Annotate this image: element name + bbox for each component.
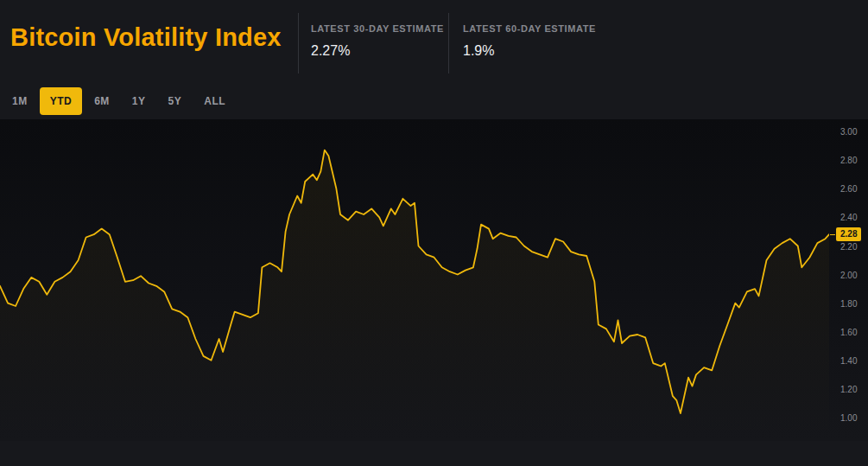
line-area-fill bbox=[0, 150, 829, 441]
range-selector: 1M YTD 6M 1Y 5Y ALL bbox=[2, 87, 236, 115]
range-button-1m[interactable]: 1M bbox=[2, 87, 38, 115]
stat-60day-label: LATEST 60-DAY ESTIMATE bbox=[463, 23, 596, 34]
y-axis-label: 1.20 bbox=[840, 384, 857, 393]
bitcoin-volatility-dashboard: Bitcoin Volatility Index LATEST 30-DAY E… bbox=[0, 0, 868, 466]
y-axis-label: 2.80 bbox=[840, 156, 857, 165]
header-divider bbox=[298, 13, 299, 73]
y-axis-label: 2.00 bbox=[840, 270, 857, 279]
current-value-badge: 2.28 bbox=[836, 227, 861, 241]
y-axis: 2.28 3.002.802.602.402.202.001.801.601.4… bbox=[829, 119, 868, 441]
range-button-1y[interactable]: 1Y bbox=[122, 87, 156, 115]
volatility-line-chart[interactable] bbox=[0, 119, 829, 441]
chart-area: 2.28 3.002.802.602.402.202.001.801.601.4… bbox=[0, 119, 868, 441]
y-axis-label: 1.00 bbox=[840, 413, 857, 423]
stat-30day-value: 2.27% bbox=[311, 43, 444, 59]
y-axis-label: 2.40 bbox=[840, 213, 857, 222]
stat-60day-value: 1.9% bbox=[463, 43, 596, 59]
y-axis-label: 3.00 bbox=[840, 127, 857, 137]
y-axis-label: 1.40 bbox=[840, 355, 857, 365]
stat-60day-estimate: LATEST 60-DAY ESTIMATE 1.9% bbox=[463, 23, 596, 59]
y-axis-label: 2.60 bbox=[840, 184, 857, 194]
range-button-5y[interactable]: 5Y bbox=[158, 87, 193, 115]
stat-30day-estimate: LATEST 30-DAY ESTIMATE 2.27% bbox=[311, 23, 444, 59]
y-axis-label: 1.80 bbox=[840, 298, 857, 308]
header: Bitcoin Volatility Index LATEST 30-DAY E… bbox=[0, 0, 868, 84]
range-button-6m[interactable]: 6M bbox=[84, 87, 120, 115]
stat-30day-label: LATEST 30-DAY ESTIMATE bbox=[311, 23, 444, 34]
range-button-all[interactable]: ALL bbox=[193, 87, 236, 115]
y-axis-label: 2.20 bbox=[840, 241, 857, 251]
range-button-ytd[interactable]: YTD bbox=[40, 87, 83, 115]
header-divider bbox=[448, 13, 449, 73]
y-axis-label: 1.60 bbox=[840, 327, 857, 336]
page-title: Bitcoin Volatility Index bbox=[10, 23, 282, 52]
